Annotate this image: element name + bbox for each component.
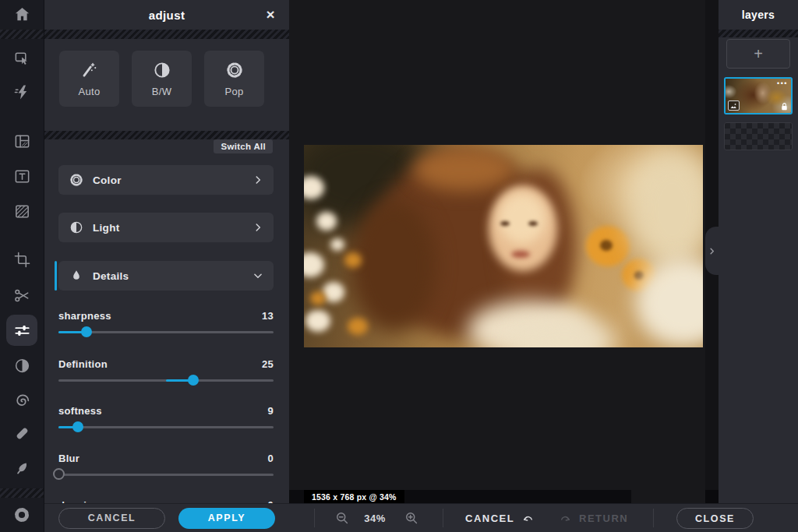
frame-tool-button[interactable] (6, 125, 37, 157)
contrast-icon (13, 357, 31, 375)
preset-bw-button[interactable]: B/W (132, 51, 192, 107)
liquify-tool-button[interactable] (6, 385, 37, 416)
photo-blob (600, 240, 613, 251)
return-redo-button[interactable]: RETURN (558, 504, 628, 532)
layer-type-chip (728, 100, 740, 111)
slider-track[interactable] (58, 474, 274, 476)
layer-menu-button[interactable]: ••• (777, 79, 788, 87)
gear-icon (12, 506, 31, 524)
image-status-badge: 1536 x 768 px @ 34% (304, 490, 404, 503)
text-tool-button[interactable] (6, 160, 37, 192)
filter-tool-button[interactable] (6, 350, 37, 381)
switch-all-button[interactable]: Switch All (214, 139, 273, 153)
slider-thumb[interactable] (188, 375, 199, 386)
bottom-bar: 34% CANCEL RETURN CLOSE (289, 503, 798, 532)
brush-icon (13, 460, 31, 477)
section-light[interactable]: Light (58, 213, 274, 242)
zoom-in-button[interactable] (402, 509, 421, 527)
arrange-tool-button[interactable] (6, 43, 37, 74)
slider-value: 0 (267, 453, 274, 464)
sun-gear-icon (224, 60, 245, 80)
slider-label: sharpness (58, 310, 111, 322)
sun-gear-icon (69, 172, 84, 188)
cancel-undo-button[interactable]: CANCEL (465, 504, 535, 532)
chevron-down-icon (252, 270, 263, 281)
photo-blob (413, 148, 514, 191)
apply-button[interactable]: APPLY (178, 508, 275, 529)
pattern-icon (13, 203, 31, 220)
layers-panel-collapse-tab[interactable] (705, 227, 719, 275)
half-circle-left-icon (69, 220, 84, 235)
section-label: Light (93, 222, 120, 234)
section-color[interactable]: Color (58, 165, 274, 195)
photo-blob (528, 221, 538, 226)
layer-item-transparent[interactable] (724, 122, 793, 150)
select-arrow-icon (13, 50, 31, 68)
text-icon (13, 167, 31, 185)
effects-tool-button[interactable] (6, 76, 37, 107)
layers-panel: layers + ••• (719, 0, 798, 503)
close-button[interactable]: CLOSE (676, 508, 754, 529)
zoom-out-button[interactable] (333, 509, 351, 527)
chevron-right-icon (252, 174, 263, 185)
slider-thumb[interactable] (81, 326, 92, 337)
slider-value: 9 (267, 405, 274, 417)
crop-tool-button[interactable] (6, 244, 37, 275)
canvas-area[interactable]: 1536 x 768 px @ 34% (289, 0, 719, 503)
slider-definition: Definition25 (58, 358, 274, 394)
scissors-icon (13, 287, 31, 305)
preset-label: Auto (79, 86, 101, 97)
layer-item-image[interactable]: ••• (724, 77, 793, 115)
section-label: Details (93, 270, 129, 282)
photo-blob (344, 252, 362, 268)
cutout-tool-button[interactable] (6, 280, 37, 311)
preset-row: Auto B/W Pop (59, 51, 264, 107)
layer-lock-button[interactable] (780, 102, 789, 111)
fill-tool-button[interactable] (6, 196, 37, 227)
sliders-icon (13, 322, 31, 340)
settings-button[interactable] (6, 499, 37, 530)
adjust-panel: adjust × Auto B/W Pop Switch All Color L… (44, 0, 289, 532)
add-layer-button[interactable]: + (726, 39, 790, 69)
zoom-level-value[interactable]: 34% (358, 504, 392, 532)
slider-track[interactable] (58, 426, 274, 428)
retouch-tool-button[interactable] (6, 417, 37, 449)
photo-blob (499, 193, 546, 244)
droplet-icon (69, 268, 84, 284)
half-circle-right-icon (152, 60, 172, 80)
slider-thumb[interactable] (72, 421, 83, 432)
scrollbar-corner (705, 490, 719, 503)
photo-blob (627, 149, 703, 270)
photo-blob (316, 212, 337, 231)
photo-blob (348, 318, 368, 335)
close-panel-button[interactable]: × (261, 5, 280, 24)
layers-panel-title: layers (719, 0, 798, 30)
slider-track[interactable] (58, 331, 274, 333)
divider (44, 131, 289, 139)
plus-icon: + (754, 45, 763, 63)
divider (314, 509, 315, 527)
cancel-button[interactable]: CANCEL (58, 508, 165, 529)
section-details[interactable]: Details (58, 261, 274, 291)
divider (653, 509, 654, 527)
chevron-right-icon (708, 247, 716, 255)
divider (0, 488, 44, 498)
preset-pop-button[interactable]: Pop (204, 51, 264, 107)
home-icon (13, 5, 31, 23)
adjust-tool-button[interactable] (6, 315, 37, 346)
slider-track[interactable] (58, 379, 274, 382)
lightning-icon (13, 83, 31, 101)
photo-blob (304, 252, 324, 277)
lock-icon (780, 102, 789, 111)
preset-label: Pop (224, 86, 243, 97)
canvas-image[interactable] (304, 145, 703, 347)
home-button[interactable] (6, 0, 37, 30)
slider-thumb[interactable] (53, 468, 65, 480)
photo-blob (511, 251, 530, 258)
tool-rail (0, 0, 44, 532)
slider-blur: Blur0 (58, 453, 274, 488)
photo-blob (330, 238, 344, 251)
draw-tool-button[interactable] (6, 453, 37, 484)
slider-value: 13 (262, 310, 274, 322)
preset-auto-button[interactable]: Auto (59, 51, 119, 107)
